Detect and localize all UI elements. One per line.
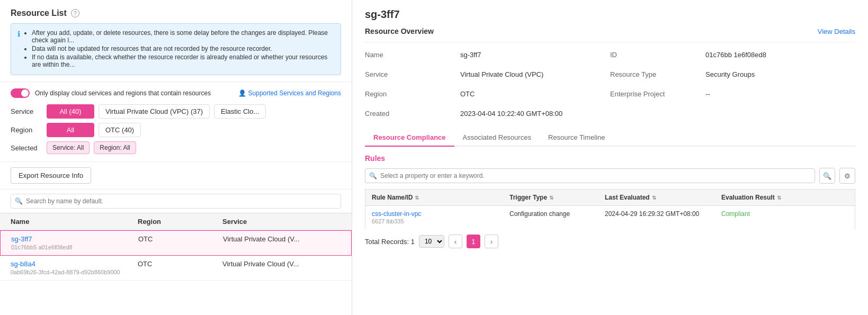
row2-service: Virtual Private Cloud (V... bbox=[222, 260, 341, 268]
prev-page-button[interactable]: ‹ bbox=[449, 235, 462, 248]
rule-id: 6627 lbb335 bbox=[372, 218, 404, 224]
help-icon[interactable]: ? bbox=[71, 9, 79, 17]
row1-service: Virtual Private Cloud (V... bbox=[223, 235, 341, 243]
rules-title: Rules bbox=[365, 154, 855, 163]
sort-icon-result[interactable]: ⇅ bbox=[777, 195, 781, 201]
rules-table-row[interactable]: css-cluster-in-vpc 6627 lbb335 Configura… bbox=[365, 205, 855, 229]
rules-search-input[interactable] bbox=[365, 168, 815, 183]
rules-table-header: Rule Name/ID ⇅ Trigger Type ⇅ Last Evalu… bbox=[365, 189, 855, 205]
id-key: ID bbox=[610, 48, 705, 62]
col-name: Name bbox=[11, 218, 138, 226]
toggle-row: Only display cloud services and regions … bbox=[11, 88, 341, 98]
service-label: Service bbox=[11, 107, 42, 115]
service-elastic-button[interactable]: Elastic Clo... bbox=[214, 104, 266, 119]
rules-col-result: Evaluation Result ⇅ bbox=[721, 194, 848, 201]
resource-title: sg-3ff7 bbox=[365, 8, 855, 21]
info-icon: ℹ bbox=[17, 30, 20, 69]
display-toggle[interactable] bbox=[11, 88, 30, 98]
per-page-select[interactable]: 10 20 50 bbox=[419, 235, 444, 248]
info-line-3: If no data is available, check whether t… bbox=[32, 53, 334, 68]
region-all-button[interactable]: All bbox=[47, 123, 94, 137]
table-body: sg-3ff7 01c76bb5 a01e6f08ed8 OTC Virtual… bbox=[0, 230, 352, 315]
row2-name-cell: sg-b8a4 0ab69b26-3fcd-42ad-8879-d92b860b… bbox=[11, 260, 138, 276]
left-panel: Resource List ? ℹ After you add, update,… bbox=[0, 0, 352, 315]
export-button[interactable]: Export Resource Info bbox=[11, 167, 91, 184]
rules-search-button[interactable]: 🔍 bbox=[819, 168, 835, 184]
rule-result: Compliant bbox=[721, 210, 848, 218]
row1-id: 01c76bb5 a01e6f08ed8 bbox=[11, 244, 73, 250]
selected-service-tag: Service: All bbox=[47, 141, 90, 154]
service-filter-row: Service All (40) Virtual Private Cloud (… bbox=[11, 104, 341, 119]
row2-region: OTC bbox=[138, 260, 222, 268]
rules-settings-button[interactable]: ⚙ bbox=[839, 168, 855, 184]
rules-col-evaluated: Last Evaluated ⇅ bbox=[605, 194, 721, 201]
rules-search-icon: 🔍 bbox=[369, 172, 377, 179]
enterprise-key: Enterprise Project bbox=[610, 87, 705, 101]
pagination-row: Total Records: 1 10 20 50 ‹ 1 › bbox=[365, 235, 855, 248]
region-otc-button[interactable]: OTC (40) bbox=[99, 123, 141, 137]
tab-resource-compliance[interactable]: Resource Compliance bbox=[365, 129, 454, 147]
region-val: OTC bbox=[460, 87, 610, 101]
overview-label: Resource Overview bbox=[365, 27, 434, 35]
col-service: Service bbox=[222, 218, 341, 226]
empty-key bbox=[610, 106, 705, 121]
next-page-button[interactable]: › bbox=[485, 235, 498, 248]
selected-label: Selected bbox=[11, 144, 42, 152]
info-line-2: Data will not be updated for resources t… bbox=[32, 45, 334, 52]
total-records: Total Records: 1 bbox=[365, 238, 415, 246]
created-key: Created bbox=[365, 106, 460, 121]
table-header: Name Region Service bbox=[0, 213, 352, 230]
right-panel: sg-3ff7 Resource Overview View Details N… bbox=[352, 0, 868, 315]
search-wrap: 🔍 bbox=[11, 194, 341, 209]
name-val: sg-3ff7 bbox=[460, 48, 610, 62]
id-val: 01c76bb 1e6f08ed8 bbox=[705, 48, 855, 62]
info-list: After you add, update, or delete resourc… bbox=[24, 29, 334, 69]
row1-region: OTC bbox=[138, 235, 223, 243]
service-vpc-button[interactable]: Virtual Private Cloud (VPC) (37) bbox=[99, 104, 210, 119]
row2-name-link[interactable]: sg-b8a4 bbox=[11, 260, 138, 268]
person-icon: 👤 bbox=[238, 89, 246, 97]
col-region: Region bbox=[138, 218, 222, 226]
rules-search-wrap: 🔍 bbox=[365, 168, 815, 183]
selected-row: Selected Service: All Region: All bbox=[11, 141, 341, 154]
row1-name-cell: sg-3ff7 01c76bb5 a01e6f08ed8 bbox=[11, 235, 138, 251]
view-details-link[interactable]: View Details bbox=[818, 28, 855, 35]
enterprise-val: -- bbox=[705, 87, 855, 101]
toggle-label: Only display cloud services and regions … bbox=[35, 89, 211, 97]
region-filter-row: Region All OTC (40) bbox=[11, 123, 341, 137]
service-key: Service bbox=[365, 67, 460, 82]
table-row[interactable]: sg-3ff7 01c76bb5 a01e6f08ed8 OTC Virtual… bbox=[0, 230, 352, 256]
info-box: ℹ After you add, update, or delete resou… bbox=[11, 23, 341, 75]
info-line-1: After you add, update, or delete resourc… bbox=[32, 29, 334, 44]
page-title: Resource List bbox=[11, 8, 67, 18]
search-icon: 🔍 bbox=[15, 197, 23, 205]
resource-type-val: Security Groups bbox=[705, 67, 855, 82]
tab-resource-timeline[interactable]: Resource Timeline bbox=[540, 129, 614, 147]
rule-evaluated: 2024-04-29 16:29:32 GMT+08:00 bbox=[605, 210, 721, 218]
search-row: 🔍 bbox=[0, 189, 352, 213]
search-input[interactable] bbox=[11, 194, 341, 209]
service-all-button[interactable]: All (40) bbox=[47, 104, 94, 119]
overview-grid: Name sg-3ff7 ID 01c76bb 1e6f08ed8 Servic… bbox=[365, 42, 855, 121]
filter-section: Only display cloud services and regions … bbox=[0, 82, 352, 161]
sort-icon-name[interactable]: ⇅ bbox=[415, 195, 419, 201]
region-label: Region bbox=[11, 126, 42, 134]
rules-col-name: Rule Name/ID ⇅ bbox=[372, 194, 509, 201]
sort-icon-trigger[interactable]: ⇅ bbox=[549, 195, 553, 201]
sort-icon-evaluated[interactable]: ⇅ bbox=[652, 195, 656, 201]
rules-col-trigger: Trigger Type ⇅ bbox=[509, 194, 605, 201]
rule-trigger: Configuration change bbox=[509, 210, 605, 218]
name-key: Name bbox=[365, 48, 460, 62]
rule-name-cell: css-cluster-in-vpc 6627 lbb335 bbox=[372, 210, 509, 225]
rule-name-link[interactable]: css-cluster-in-vpc bbox=[372, 210, 509, 218]
left-header: Resource List ? bbox=[0, 0, 352, 23]
tab-associated-resources[interactable]: Associated Resources bbox=[454, 129, 540, 147]
selected-region-tag: Region: All bbox=[94, 141, 136, 154]
resource-type-key: Resource Type bbox=[610, 67, 705, 82]
table-row[interactable]: sg-b8a4 0ab69b26-3fcd-42ad-8879-d92b860b… bbox=[0, 256, 352, 281]
supported-services-link[interactable]: 👤 Supported Services and Regions bbox=[238, 89, 341, 97]
empty-val bbox=[705, 106, 855, 121]
page-1-button[interactable]: 1 bbox=[467, 235, 480, 248]
row1-name-link[interactable]: sg-3ff7 bbox=[11, 235, 138, 243]
rules-search-row: 🔍 🔍 ⚙ bbox=[365, 168, 855, 184]
